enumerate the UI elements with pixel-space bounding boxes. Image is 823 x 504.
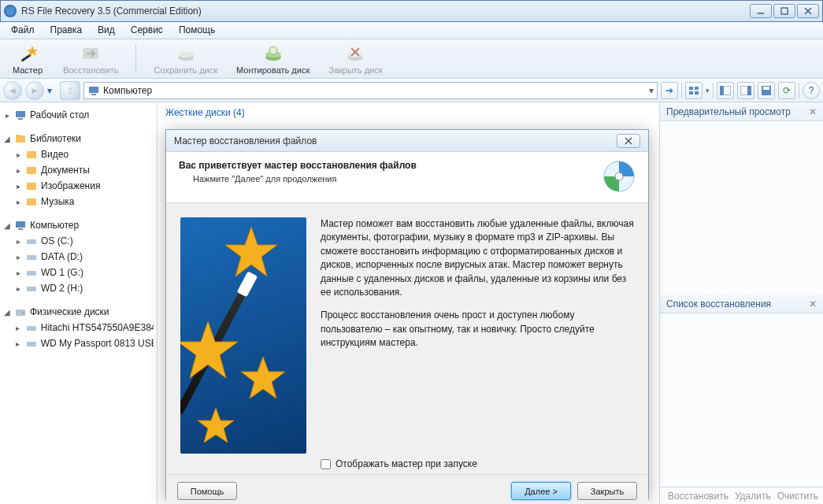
svg-rect-18 — [689, 87, 693, 90]
action-remove[interactable]: Удалить — [735, 491, 771, 502]
dialog-help-button[interactable]: Помощь — [177, 482, 237, 500]
tree-physical[interactable]: ◢Физические диски — [3, 304, 154, 320]
action-clear[interactable]: Очистить — [777, 491, 818, 502]
tree-phys-wd[interactable]: ▸WD My Passport 0813 USB — [3, 335, 154, 351]
nav-history-dropdown[interactable]: ▾ — [47, 81, 57, 100]
menu-service[interactable]: Сервис — [123, 22, 171, 39]
svg-point-11 — [269, 46, 277, 54]
tree-lib-music[interactable]: ▸Музыка — [3, 194, 154, 209]
tree-computer[interactable]: ◢Компьютер — [3, 217, 154, 233]
svg-rect-33 — [27, 167, 36, 174]
go-button[interactable]: ➔ — [661, 82, 678, 99]
nav-back-button[interactable]: ◄ — [3, 81, 22, 100]
hard-disks-group[interactable]: Жесткие диски (4) — [165, 107, 245, 118]
svg-rect-29 — [18, 118, 23, 120]
preview-panel-header: Предварительный просмотр ✕ — [660, 102, 823, 121]
svg-rect-32 — [27, 151, 36, 158]
save-button[interactable] — [758, 82, 775, 99]
show-on-start-checkbox[interactable] — [321, 459, 331, 469]
window-titlebar: RS File Recovery 3.5 (Commercial Edition… — [0, 0, 823, 22]
mount-disk-button[interactable]: Монтировать диск — [232, 41, 314, 76]
recover-button[interactable]: Восстановить — [58, 41, 123, 76]
panel2-button[interactable] — [737, 82, 754, 99]
panel1-button[interactable] — [717, 82, 734, 99]
svg-rect-17 — [91, 94, 96, 95]
menu-help[interactable]: Помощь — [171, 22, 223, 39]
drive-icon — [25, 337, 38, 350]
recover-icon — [80, 43, 102, 65]
desktop-icon — [14, 109, 27, 121]
address-bar[interactable]: Компьютер ▾ — [83, 82, 658, 99]
wizard-dialog: Мастер восстановления файлов Вас приветс… — [165, 129, 649, 499]
svg-rect-31 — [16, 135, 20, 137]
tree-lib-images[interactable]: ▸Изображения — [3, 178, 154, 194]
dialog-header: Вас приветствует мастер восстановления ф… — [166, 152, 648, 203]
tree-lib-docs[interactable]: ▸Документы — [3, 162, 154, 178]
svg-rect-1 — [781, 8, 788, 14]
svg-rect-25 — [747, 86, 751, 95]
menu-file[interactable]: Файл — [3, 22, 43, 39]
save-disk-button[interactable]: Сохранить диск — [149, 41, 222, 76]
drive-icon — [25, 250, 38, 263]
navbar: ◄ ► ▾ ⇧ Компьютер ▾ ➔ ▾ ⟳ ? — [0, 79, 823, 102]
view-options-button[interactable] — [685, 82, 703, 99]
nav-up-button[interactable]: ⇧ — [60, 81, 80, 100]
dialog-next-button[interactable]: Далее > — [511, 482, 571, 500]
view-dropdown-icon[interactable]: ▾ — [706, 87, 710, 94]
dialog-subheading: Нажмите "Далее" для продолжения — [179, 174, 602, 183]
menu-view[interactable]: Вид — [90, 22, 123, 39]
folder-icon — [25, 148, 38, 161]
maximize-button[interactable] — [773, 4, 795, 18]
wizard-illustration — [180, 217, 306, 454]
svg-marker-5 — [27, 46, 38, 56]
nav-forward-button[interactable]: ► — [25, 81, 44, 100]
action-recover[interactable]: Восстановить — [668, 491, 728, 502]
svg-rect-39 — [27, 255, 36, 260]
svg-rect-37 — [18, 228, 23, 230]
drive-icon — [25, 235, 38, 247]
tree-drive-c[interactable]: ▸OS (C:) — [3, 233, 154, 249]
address-dropdown-icon[interactable]: ▾ — [649, 85, 654, 96]
close-disk-button[interactable]: Закрыть диск — [324, 41, 387, 76]
svg-rect-20 — [689, 91, 693, 94]
tree-lib-video[interactable]: ▸Видео — [3, 146, 154, 162]
svg-marker-56 — [241, 357, 285, 398]
svg-marker-57 — [198, 408, 234, 443]
dialog-cancel-button[interactable]: Закрыть — [577, 482, 637, 500]
refresh-button[interactable]: ⟳ — [778, 82, 795, 99]
close-button[interactable] — [797, 4, 819, 18]
menu-edit[interactable]: Правка — [43, 22, 91, 39]
tree-phys-hitachi[interactable]: ▸Hitachi HTS547550A9E384 — [3, 320, 154, 335]
tree-drive-d[interactable]: ▸DATA (D:) — [3, 249, 154, 265]
close-disk-icon — [344, 43, 366, 65]
save-disk-icon — [175, 43, 197, 65]
svg-rect-21 — [695, 91, 699, 94]
wand-icon — [17, 43, 39, 65]
recovery-close-icon[interactable]: ✕ — [809, 298, 817, 309]
recovery-actions: Восстановить Удалить Очистить — [660, 487, 823, 504]
preview-close-icon[interactable]: ✕ — [809, 106, 817, 117]
svg-rect-27 — [763, 87, 769, 90]
tree-drive-g[interactable]: ▸WD 1 (G:) — [3, 265, 154, 280]
toolbar-separator — [135, 44, 136, 74]
dialog-close-button[interactable] — [617, 134, 640, 148]
tree-libraries[interactable]: ◢Библиотеки — [3, 131, 154, 146]
computer-icon — [14, 219, 27, 232]
mount-disk-icon — [262, 43, 284, 65]
computer-icon — [87, 84, 100, 97]
svg-point-53 — [615, 172, 623, 180]
tree-drive-h[interactable]: ▸WD 2 (H:) — [3, 280, 154, 296]
drive-icon — [25, 282, 38, 295]
help-button[interactable]: ? — [803, 82, 820, 99]
app-icon — [4, 5, 17, 17]
library-icon — [14, 132, 27, 145]
dialog-titlebar: Мастер восстановления файлов — [166, 130, 648, 152]
dialog-footer: Помощь Далее > Закрыть — [166, 474, 648, 504]
svg-point-8 — [178, 51, 194, 57]
svg-rect-19 — [695, 87, 699, 90]
tree-desktop[interactable]: ▸Рабочий стол — [3, 107, 154, 123]
svg-marker-54 — [225, 227, 277, 276]
wizard-button[interactable]: Мастер — [6, 41, 49, 76]
disc-icon — [602, 160, 636, 193]
minimize-button[interactable] — [750, 4, 772, 18]
